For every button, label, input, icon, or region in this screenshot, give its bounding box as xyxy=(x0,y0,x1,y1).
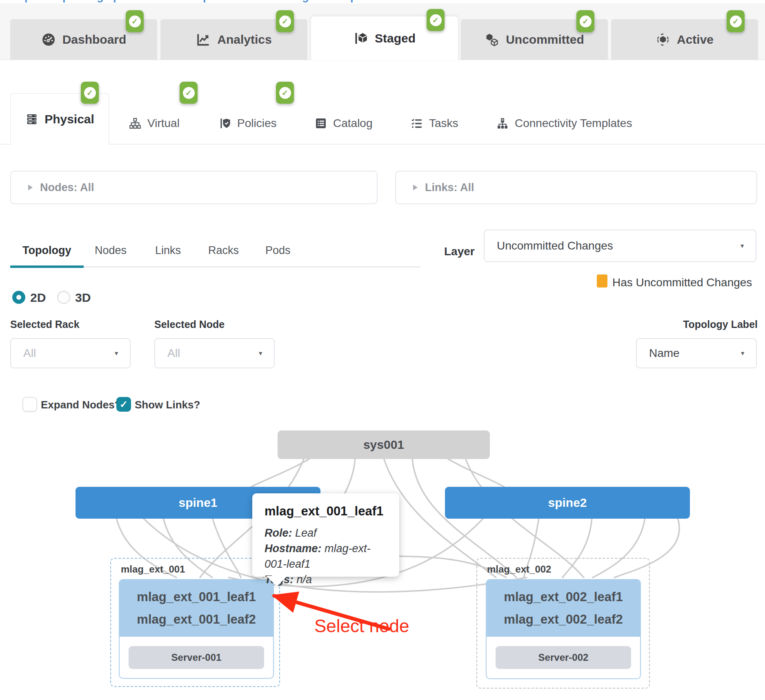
rack-mlag-ext-001[interactable]: mlag_ext_001 mlag_ext_001_leaf1 mlag_ext… xyxy=(110,558,280,687)
viewtab-pods[interactable]: Pods xyxy=(265,244,291,257)
subtab-catalog[interactable]: Catalog xyxy=(314,111,373,136)
radio-3d[interactable] xyxy=(57,291,70,304)
select-node-annotation: Select node xyxy=(314,616,409,636)
tab-active[interactable]: Active xyxy=(611,19,758,60)
subtab-virtual[interactable]: Virtual xyxy=(129,111,180,136)
nodes-filter-label: Nodes: All xyxy=(40,181,94,194)
committed-check-badge xyxy=(427,9,445,31)
radio-2d[interactable] xyxy=(12,291,25,304)
clipped-text-fragment: g xyxy=(302,0,309,3)
subtab-label: Physical xyxy=(44,112,94,126)
subtab-tasks[interactable]: Tasks xyxy=(410,111,458,136)
subtab-policies[interactable]: Policies xyxy=(218,111,276,136)
tooltip-value: Leaf xyxy=(295,527,317,539)
tab-uncommitted[interactable]: Uncommitted xyxy=(461,19,608,60)
show-links-checkbox[interactable] xyxy=(116,397,131,412)
node-tooltip: mlag_ext_001_leaf1 Role: Leaf Hostname: … xyxy=(252,493,399,577)
tooltip-key: Tags: xyxy=(265,573,294,586)
tab-underline xyxy=(84,266,420,268)
radio-2d-label: 2D xyxy=(30,291,46,305)
tasks-icon xyxy=(410,117,423,130)
committed-check-badge xyxy=(81,82,99,104)
leaf-pair-group: mlag_ext_001_leaf1 mlag_ext_001_leaf2 xyxy=(120,580,273,637)
viewtab-racks[interactable]: Racks xyxy=(208,244,239,257)
selected-node-value: All xyxy=(155,347,180,360)
layer-select[interactable]: Uncommitted Changes xyxy=(484,230,756,262)
clipped-text-fragment: p xyxy=(24,0,31,3)
clipped-text-fragment: p xyxy=(113,0,120,3)
main-tab-bar: Dashboard Analytics Staged Uncommitted xyxy=(0,3,765,60)
tooltip-hostname-row: Hostname: mlag-ext-001-leaf1 xyxy=(265,541,387,572)
subnav-divider xyxy=(0,144,765,145)
tab-dashboard[interactable]: Dashboard xyxy=(10,19,157,60)
tooltip-tags-row: Tags: n/a xyxy=(265,572,387,587)
expand-nodes-checkbox[interactable] xyxy=(22,397,37,412)
analytics-icon xyxy=(196,32,211,47)
selected-rack-select[interactable]: All xyxy=(10,338,131,368)
expand-caret-icon xyxy=(413,185,418,190)
uncommitted-changes-swatch xyxy=(597,274,607,288)
rack-card: mlag_ext_002_leaf1 mlag_ext_002_leaf2 Se… xyxy=(486,579,641,679)
tooltip-key: Role: xyxy=(265,527,292,539)
layer-label: Layer xyxy=(444,245,475,258)
blueprint-subnav: Physical Virtual Policies Catalog xyxy=(0,82,765,145)
tab-analytics[interactable]: Analytics xyxy=(160,19,307,60)
node-server-001[interactable]: Server-001 xyxy=(129,646,264,669)
node-mlag-ext-001-leaf2[interactable]: mlag_ext_001_leaf2 xyxy=(120,612,273,627)
tooltip-role-row: Role: Leaf xyxy=(265,525,387,541)
selected-rack-label: Selected Rack xyxy=(10,319,80,330)
expand-nodes-label: Expand Nodes? xyxy=(41,399,121,411)
layer-select-value: Uncommitted Changes xyxy=(485,239,613,252)
viewtab-links[interactable]: Links xyxy=(155,244,181,257)
selected-rack-value: All xyxy=(11,347,36,360)
committed-check-badge xyxy=(576,10,594,32)
connectivity-templates-icon xyxy=(496,117,509,130)
node-mlag-ext-002-leaf1[interactable]: mlag_ext_002_leaf1 xyxy=(487,590,640,604)
active-icon xyxy=(656,32,670,47)
committed-check-badge xyxy=(276,82,294,104)
tab-label: Dashboard xyxy=(62,33,127,47)
committed-check-badge xyxy=(727,10,745,32)
subtab-label: Policies xyxy=(237,117,276,130)
clipped-text-fragment: p xyxy=(350,0,357,3)
node-spine2[interactable]: spine2 xyxy=(445,487,690,519)
uncommitted-icon xyxy=(485,32,499,47)
tooltip-value: n/a xyxy=(297,573,312,586)
committed-check-badge xyxy=(180,82,198,104)
subtab-connectivity-templates[interactable]: Connectivity Templates xyxy=(496,111,632,136)
rack-mlag-ext-002[interactable]: mlag_ext_002 mlag_ext_002_leaf1 mlag_ext… xyxy=(476,558,650,689)
physical-icon xyxy=(25,112,39,126)
staged-icon xyxy=(354,31,368,46)
topology-label-value: Name xyxy=(637,347,680,360)
node-mlag-ext-001-leaf1[interactable]: mlag_ext_001_leaf1 xyxy=(120,590,273,604)
policies-icon xyxy=(218,117,231,130)
nodes-filter[interactable]: Nodes: All xyxy=(10,171,378,204)
apstra-blueprint-page: p p g p p g p Dashboard Analytics Sta xyxy=(0,0,765,700)
leaf-pair-group: mlag_ext_002_leaf1 mlag_ext_002_leaf2 xyxy=(487,580,640,637)
node-sys001[interactable]: sys001 xyxy=(278,430,490,459)
virtual-icon xyxy=(129,117,142,130)
rack-card: mlag_ext_001_leaf1 mlag_ext_001_leaf2 Se… xyxy=(119,579,274,679)
tab-staged[interactable]: Staged xyxy=(311,16,458,60)
subtab-label: Virtual xyxy=(147,117,180,130)
tab-label: Active xyxy=(677,33,714,47)
node-mlag-ext-002-leaf2[interactable]: mlag_ext_002_leaf2 xyxy=(487,612,640,627)
topology-label-label: Topology Label xyxy=(635,319,758,330)
links-filter[interactable]: Links: All xyxy=(395,171,757,204)
tab-label: Uncommitted xyxy=(506,33,584,47)
tab-label: Analytics xyxy=(217,33,271,47)
tab-label: Staged xyxy=(375,31,416,45)
topology-label-select[interactable]: Name xyxy=(636,338,757,368)
viewtab-nodes[interactable]: Nodes xyxy=(95,244,127,257)
subtab-label: Connectivity Templates xyxy=(515,117,632,130)
catalog-icon xyxy=(314,117,327,130)
viewtab-topology[interactable]: Topology xyxy=(22,244,71,257)
dashboard-icon xyxy=(41,32,56,47)
committed-check-badge xyxy=(126,10,144,32)
uncommitted-changes-legend: Has Uncommitted Changes xyxy=(612,276,752,289)
active-tab-indicator xyxy=(10,265,84,268)
node-server-002[interactable]: Server-002 xyxy=(496,646,631,669)
clipped-text-fragment: p xyxy=(203,0,210,3)
subtab-label: Catalog xyxy=(333,117,373,130)
selected-node-select[interactable]: All xyxy=(154,338,275,368)
